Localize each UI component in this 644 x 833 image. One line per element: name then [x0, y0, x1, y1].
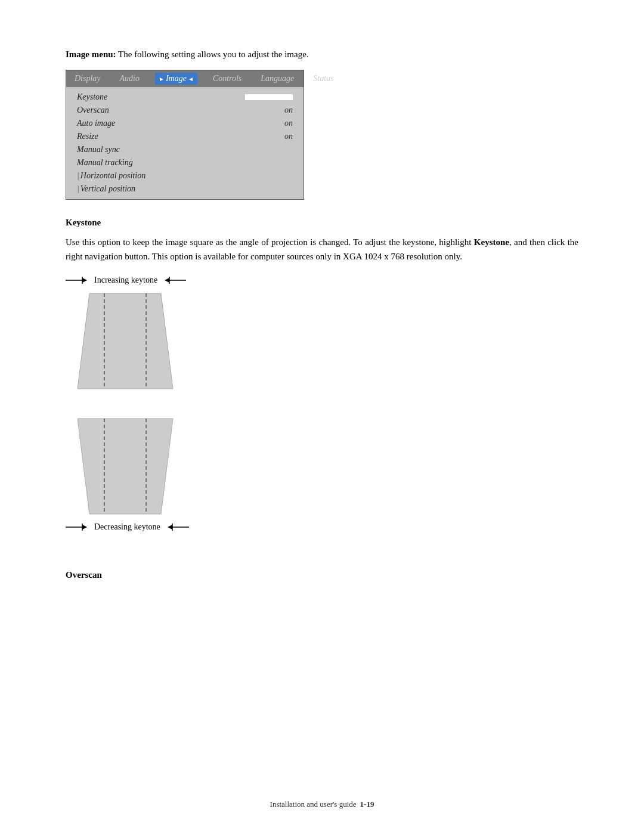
nav-image[interactable]: Image	[155, 73, 197, 85]
menu-row-vposition[interactable]: | Vertical position	[66, 182, 304, 196]
image-menu-text: The following setting allows you to adju…	[116, 49, 309, 59]
menu-label-overscan: Overscan	[77, 106, 278, 115]
menu-label-manualtracking: Manual tracking	[77, 158, 293, 168]
menu-nav-bar: Display Audio Image Controls Language St…	[66, 70, 304, 87]
increasing-keystone-svg	[66, 287, 185, 395]
svg-marker-9	[78, 419, 173, 514]
menu-row-manualsync[interactable]: Manual sync	[66, 143, 304, 156]
menu-row-resize[interactable]: Resize on	[66, 130, 304, 143]
svg-marker-16	[168, 525, 172, 529]
menu-label-resize: Resize	[77, 132, 278, 141]
nav-status[interactable]: Status	[309, 73, 337, 85]
svg-marker-1	[82, 278, 87, 283]
menu-label-autoimage: Auto image	[77, 119, 278, 128]
nav-display[interactable]: Display	[71, 73, 104, 85]
increasing-diagram-wrapper: Increasing keytone	[66, 275, 186, 395]
overscan-heading: Overscan	[66, 570, 578, 580]
decreasing-diagram-wrapper: Decreasing keytone	[66, 413, 189, 534]
image-menu-intro: Image menu: The following setting allows…	[66, 48, 578, 61]
diagram-area: Increasing keytone	[66, 275, 578, 552]
page-container: Image menu: The following setting allows…	[0, 0, 644, 833]
footer-page-num: 1-19	[360, 800, 374, 809]
decreasing-keystone-svg	[66, 413, 185, 520]
svg-marker-13	[82, 525, 87, 529]
increasing-label-row: Increasing keytone	[66, 275, 186, 285]
menu-label-keystone: Keystone	[77, 92, 239, 102]
menu-label-hposition: Horizontal position	[80, 171, 293, 181]
nav-controls[interactable]: Controls	[209, 73, 246, 85]
svg-marker-4	[165, 278, 169, 283]
menu-row-manualtracking[interactable]: Manual tracking	[66, 156, 304, 169]
menu-value-resize: on	[284, 132, 293, 141]
keystone-slider[interactable]	[245, 94, 293, 100]
nav-audio[interactable]: Audio	[116, 73, 143, 85]
menu-value-overscan: on	[284, 106, 293, 115]
svg-marker-6	[78, 293, 173, 389]
decreasing-arrow-right	[168, 523, 189, 531]
decreasing-label-row: Decreasing keytone	[66, 522, 189, 532]
menu-row-keystone[interactable]: Keystone	[66, 91, 304, 104]
decreasing-arrow-left	[66, 523, 87, 531]
menu-content: Keystone Overscan on Auto image on Resiz…	[66, 87, 304, 199]
menu-label-manualsync: Manual sync	[77, 145, 293, 154]
menu-row-autoimage[interactable]: Auto image on	[66, 117, 304, 130]
menu-row-overscan[interactable]: Overscan on	[66, 104, 304, 117]
menu-value-autoimage: on	[284, 119, 293, 128]
menu-row-hposition[interactable]: | Horizontal position	[66, 169, 304, 182]
keystone-bold-ref: Keystone	[474, 237, 509, 247]
increasing-arrow-left	[66, 276, 87, 284]
keystone-body: Use this option to keep the image square…	[66, 235, 578, 264]
image-menu-bold: Image menu:	[66, 49, 116, 59]
menu-ui: Display Audio Image Controls Language St…	[66, 70, 304, 200]
nav-language[interactable]: Language	[257, 73, 298, 85]
menu-label-vposition: Vertical position	[80, 184, 293, 194]
increasing-arrow-right	[165, 276, 186, 284]
hposition-pipe: |	[77, 171, 79, 181]
vposition-pipe: |	[77, 184, 79, 194]
keystone-heading: Keystone	[66, 218, 578, 228]
page-footer: Installation and user's guide 1-19	[66, 800, 578, 809]
increasing-label-text: Increasing keytone	[94, 275, 157, 285]
footer-label: Installation and user's guide	[270, 800, 357, 809]
decreasing-label-text: Decreasing keytone	[94, 522, 160, 532]
